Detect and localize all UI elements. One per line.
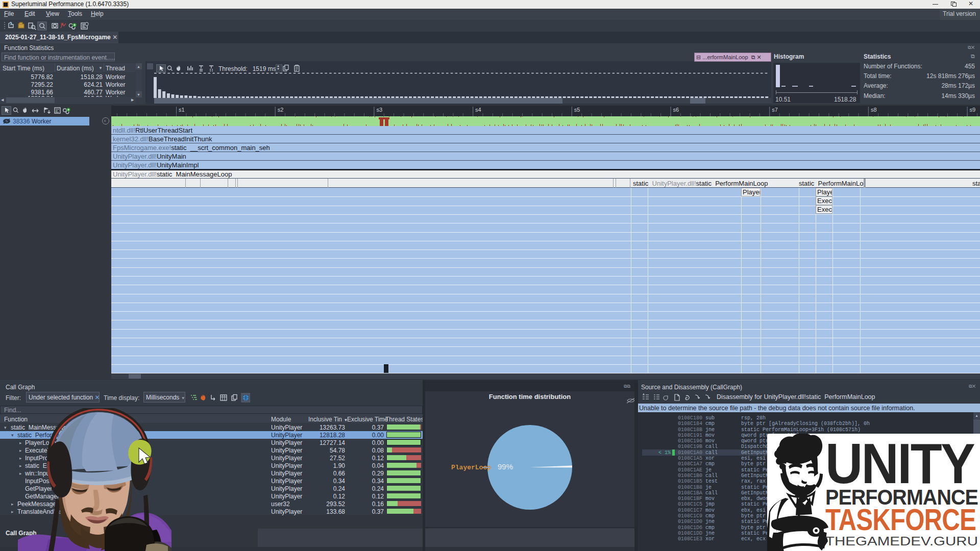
svg-text:s3: s3 xyxy=(376,107,382,113)
svg-text:s5: s5 xyxy=(574,107,580,113)
svg-text:THEGAMEDEV.GURU: THEGAMEDEV.GURU xyxy=(825,535,978,548)
svg-text:s1: s1 xyxy=(179,107,185,113)
svg-text:TASKFORCE: TASKFORCE xyxy=(825,503,976,536)
svg-text:✓: ✓ xyxy=(55,110,58,113)
svg-text:s2: s2 xyxy=(278,107,284,113)
svg-text:s9: s9 xyxy=(970,107,976,113)
svg-text:s7: s7 xyxy=(772,107,778,113)
svg-text:s8: s8 xyxy=(871,107,877,113)
svg-text:✕: ✕ xyxy=(60,22,64,27)
svg-text:s4: s4 xyxy=(475,107,481,113)
svg-text:s6: s6 xyxy=(673,107,679,113)
